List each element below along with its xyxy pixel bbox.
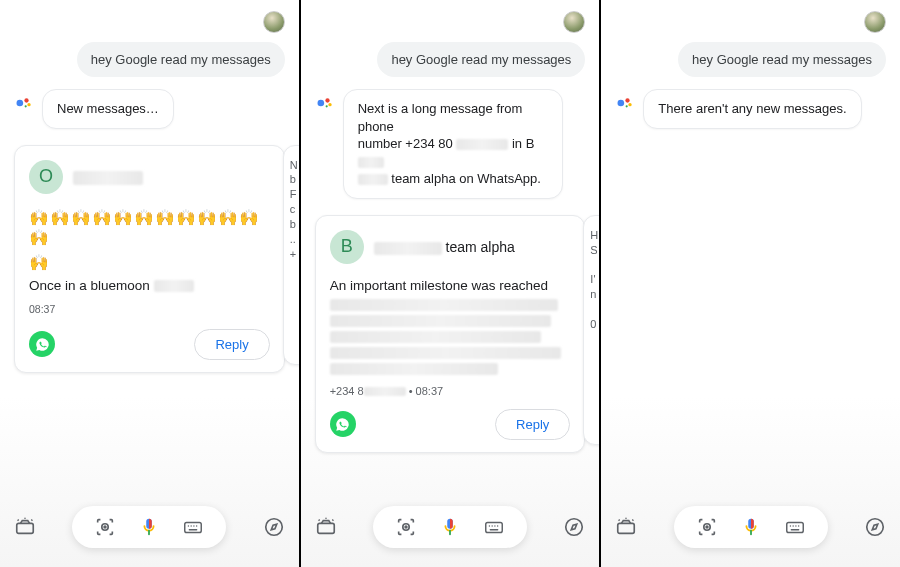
meta-phone-prefix: +234 8	[330, 385, 364, 397]
card-area: O 🙌🙌🙌🙌🙌🙌🙌🙌🙌🙌🙌🙌 🙌 Once in a bluemoon 08:3…	[0, 139, 299, 497]
message-meta: +234 8 • 08:37	[330, 385, 571, 397]
contact-name-suffix: team alpha	[446, 239, 515, 255]
assistant-bubble: Next is a long message from phone number…	[343, 89, 563, 199]
panel-3: hey Google read my messages There aren't…	[601, 0, 900, 567]
message-emoji-line: 🙌🙌🙌🙌🙌🙌🙌🙌🙌🙌🙌🙌	[29, 208, 270, 250]
user-bubble: hey Google read my messages	[678, 42, 886, 77]
explore-icon[interactable]	[263, 516, 285, 538]
svg-point-2	[27, 103, 30, 106]
assistant-line3: in B	[512, 136, 534, 151]
reply-button[interactable]: Reply	[194, 329, 269, 360]
mic-icon[interactable]	[138, 516, 160, 538]
svg-point-30	[629, 103, 632, 106]
meta-time: 08:37	[416, 385, 444, 397]
contact-avatar: O	[29, 160, 63, 194]
svg-point-31	[626, 105, 628, 107]
message-emoji-tail: 🙌	[29, 253, 270, 274]
svg-point-3	[25, 105, 27, 107]
message-body: An important milestone was reached	[330, 278, 571, 375]
explore-icon[interactable]	[563, 516, 585, 538]
user-bubble: hey Google read my messages	[77, 42, 285, 77]
reply-button[interactable]: Reply	[495, 409, 570, 440]
assistant-bubble: There aren't any new messages.	[643, 89, 861, 129]
lens-icon[interactable]	[94, 516, 116, 538]
bottom-bar	[301, 497, 600, 567]
lens-icon[interactable]	[395, 516, 417, 538]
svg-point-14	[317, 100, 324, 107]
svg-rect-32	[618, 523, 635, 533]
user-avatar[interactable]	[263, 11, 285, 33]
snapshot-icon[interactable]	[615, 516, 637, 538]
svg-point-29	[626, 98, 630, 102]
input-pill	[674, 506, 828, 548]
message-body-text: Once in a bluemoon	[29, 278, 150, 293]
whatsapp-icon	[29, 331, 55, 357]
input-pill	[72, 506, 226, 548]
message-card[interactable]: O 🙌🙌🙌🙌🙌🙌🙌🙌🙌🙌🙌🙌 🙌 Once in a bluemoon 08:3…	[14, 145, 285, 373]
contact-name: team alpha	[374, 239, 571, 255]
svg-point-34	[706, 526, 708, 528]
message-body-line1: An important milestone was reached	[330, 278, 548, 293]
assistant-icon	[14, 93, 34, 113]
redacted-body	[330, 299, 571, 375]
svg-rect-7	[185, 522, 202, 532]
svg-rect-21	[486, 522, 503, 532]
svg-point-15	[325, 98, 329, 102]
assistant-line4: team alpha on WhatsApp.	[391, 171, 541, 186]
card-footer: Reply	[29, 329, 270, 360]
mic-icon[interactable]	[439, 516, 461, 538]
assistant-icon	[315, 93, 335, 113]
topbar	[301, 0, 600, 36]
bottom-bar	[0, 497, 299, 567]
svg-point-0	[17, 100, 24, 107]
svg-rect-4	[17, 523, 34, 533]
meta-sep: •	[406, 385, 416, 397]
card-header: B team alpha	[330, 230, 571, 264]
keyboard-icon[interactable]	[182, 516, 204, 538]
card-area	[601, 139, 900, 497]
snapshot-icon[interactable]	[315, 516, 337, 538]
topbar	[601, 0, 900, 36]
message-body: Once in a bluemoon	[29, 278, 270, 293]
panel-1: hey Google read my messages New messages…	[0, 0, 301, 567]
card-header: O	[29, 160, 270, 194]
svg-point-27	[566, 519, 583, 536]
keyboard-icon[interactable]	[483, 516, 505, 538]
message-timestamp: 08:37	[29, 303, 270, 315]
assistant-bubble: New messages…	[42, 89, 174, 129]
next-card-peek[interactable]: N b F c b .. +	[283, 145, 299, 365]
user-message-row: hey Google read my messages	[0, 36, 299, 85]
user-avatar[interactable]	[563, 11, 585, 33]
user-bubble: hey Google read my messages	[377, 42, 585, 77]
svg-point-20	[405, 526, 407, 528]
bottom-bar	[601, 497, 900, 567]
topbar	[0, 0, 299, 36]
contact-name	[73, 168, 270, 184]
user-avatar[interactable]	[864, 11, 886, 33]
assistant-icon	[615, 93, 635, 113]
card-footer: Reply	[330, 409, 571, 440]
mic-icon[interactable]	[740, 516, 762, 538]
assistant-row: There aren't any new messages.	[601, 85, 900, 139]
assistant-line2: number +234 80	[358, 136, 453, 151]
explore-icon[interactable]	[864, 516, 886, 538]
panel-2: hey Google read my messages Next is a lo…	[301, 0, 602, 567]
svg-point-6	[104, 526, 106, 528]
lens-icon[interactable]	[696, 516, 718, 538]
keyboard-icon[interactable]	[784, 516, 806, 538]
assistant-row: New messages…	[0, 85, 299, 139]
svg-rect-18	[317, 523, 334, 533]
svg-point-17	[325, 105, 327, 107]
card-area: B team alpha An important milestone was …	[301, 209, 600, 497]
next-card-peek[interactable]: H S I' n 0	[583, 215, 599, 445]
whatsapp-icon	[330, 411, 356, 437]
svg-point-1	[24, 98, 28, 102]
contact-avatar: B	[330, 230, 364, 264]
svg-point-28	[618, 100, 625, 107]
user-message-row: hey Google read my messages	[601, 36, 900, 85]
input-pill	[373, 506, 527, 548]
assistant-line1: Next is a long message from phone	[358, 101, 523, 134]
message-card[interactable]: B team alpha An important milestone was …	[315, 215, 586, 453]
snapshot-icon[interactable]	[14, 516, 36, 538]
svg-point-13	[265, 519, 282, 536]
